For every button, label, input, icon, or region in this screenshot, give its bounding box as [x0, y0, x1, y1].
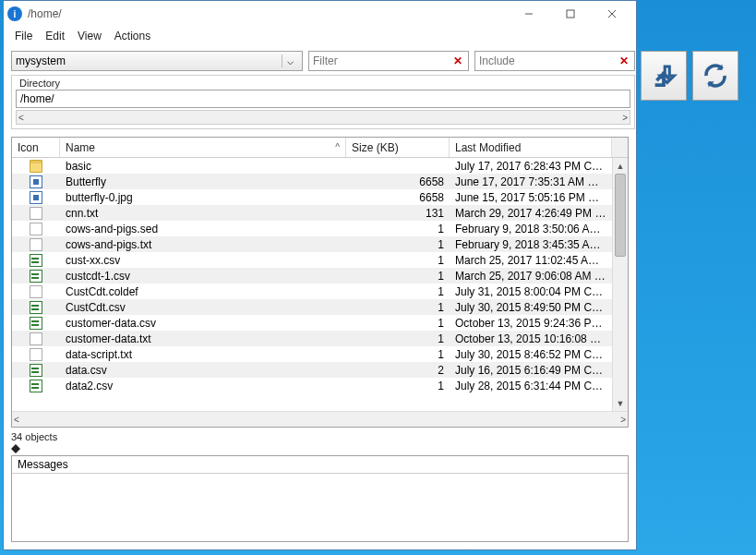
- splitter-down-icon: [11, 449, 20, 453]
- splitter-handle[interactable]: [11, 444, 629, 453]
- scroll-right-icon[interactable]: >: [620, 415, 626, 425]
- up-directory-button[interactable]: [641, 51, 687, 101]
- txt-icon: [30, 207, 42, 220]
- directory-scrollbar[interactable]: < >: [16, 110, 630, 125]
- file-name-cell: cows-and-pigs.sed: [60, 223, 346, 235]
- file-size-cell: 1: [346, 285, 450, 298]
- table-row[interactable]: cows-and-pigs.sed1February 9, 2018 3:50:…: [12, 221, 612, 236]
- folder-icon: [30, 160, 42, 173]
- file-name-cell: custcdt-1.csv: [60, 270, 346, 283]
- scroll-left-icon[interactable]: <: [18, 113, 24, 123]
- file-icon-cell: [12, 191, 60, 204]
- column-modified[interactable]: Last Modified: [450, 138, 612, 157]
- menu-view[interactable]: View: [72, 28, 107, 44]
- file-icon-cell: [12, 270, 60, 283]
- file-name-cell: CustCdt.csv: [60, 301, 346, 314]
- file-list: Icon Name ^ Size (KB) Last Modified basi…: [11, 137, 629, 428]
- file-modified-cell: July 30, 2015 8:49:50 PM CDT: [450, 301, 612, 314]
- window-controls: [508, 1, 632, 27]
- scroll-up-icon[interactable]: ▲: [613, 158, 628, 174]
- maximize-button[interactable]: [549, 1, 591, 27]
- file-size-cell: 6658: [346, 175, 450, 188]
- table-row[interactable]: customer-data.txt1October 13, 2015 10:16…: [12, 331, 612, 346]
- close-button[interactable]: [591, 1, 632, 27]
- file-icon-cell: [12, 348, 60, 361]
- file-name-cell: cows-and-pigs.txt: [60, 238, 346, 251]
- file-browser-window: i /home/ File Edit View Actions mysystem…: [3, 0, 637, 550]
- scroll-track[interactable]: [613, 174, 628, 395]
- vertical-scrollbar[interactable]: ▲ ▼: [612, 158, 628, 411]
- scroll-left-icon[interactable]: <: [14, 415, 19, 425]
- file-modified-cell: July 31, 2015 8:00:04 PM CDT: [450, 285, 612, 298]
- maximize-icon: [566, 9, 575, 18]
- table-row[interactable]: butterfly-0.jpg6658June 15, 2017 5:05:16…: [12, 189, 612, 205]
- clear-filter-icon[interactable]: ✕: [451, 54, 464, 67]
- column-size[interactable]: Size (KB): [346, 138, 450, 157]
- minimize-button[interactable]: [508, 1, 549, 27]
- scroll-down-icon[interactable]: ▼: [613, 395, 628, 411]
- file-name-cell: data-script.txt: [60, 348, 346, 361]
- minimize-icon: [524, 9, 534, 18]
- scroll-thumb[interactable]: [615, 174, 626, 257]
- column-headers: Icon Name ^ Size (KB) Last Modified: [12, 138, 628, 158]
- directory-input[interactable]: [16, 90, 630, 108]
- file-modified-cell: March 25, 2017 9:06:08 AM CDT: [450, 270, 612, 283]
- file-modified-cell: June 15, 2017 5:05:16 PM CDT: [450, 191, 612, 204]
- file-name-cell: customer-data.csv: [60, 317, 346, 330]
- file-size-cell: 1: [346, 223, 450, 235]
- table-row[interactable]: data.csv2July 16, 2015 6:16:49 PM CDT: [12, 362, 612, 378]
- table-row[interactable]: CustCdt.coldef1July 31, 2015 8:00:04 PM …: [12, 284, 612, 299]
- column-name-label: Name: [66, 141, 95, 154]
- messages-header: Messages: [12, 456, 628, 474]
- status-bar: 34 objects: [4, 429, 636, 444]
- table-row[interactable]: customer-data.csv1October 13, 2015 9:24:…: [12, 315, 612, 331]
- clear-include-icon[interactable]: ✕: [618, 54, 630, 67]
- include-input[interactable]: [479, 54, 618, 67]
- table-row[interactable]: CustCdt.csv1July 30, 2015 8:49:50 PM CDT: [12, 299, 612, 315]
- chevron-down-icon[interactable]: ⌵: [282, 54, 298, 67]
- table-row[interactable]: cnn.txt131March 29, 2017 4:26:49 PM CDT: [12, 205, 612, 221]
- menu-actions[interactable]: Actions: [109, 28, 156, 44]
- table-row[interactable]: custcdt-1.csv1March 25, 2017 9:06:08 AM …: [12, 268, 612, 284]
- file-size-cell: 1: [346, 254, 450, 267]
- file-size-cell: 6658: [346, 191, 450, 204]
- table-row[interactable]: data2.csv1July 28, 2015 6:31:44 PM CDT: [12, 378, 612, 393]
- table-row[interactable]: data-script.txt1July 30, 2015 8:46:52 PM…: [12, 346, 612, 362]
- menu-edit[interactable]: Edit: [40, 28, 70, 44]
- txt-icon: [30, 332, 42, 345]
- file-rows: basicJuly 17, 2017 6:28:43 PM CDTButterf…: [12, 158, 628, 411]
- refresh-button[interactable]: [692, 51, 738, 101]
- column-icon[interactable]: Icon: [12, 138, 60, 157]
- csv-icon: [30, 270, 42, 283]
- column-name[interactable]: Name ^: [60, 138, 346, 157]
- txt-icon: [30, 223, 42, 235]
- filter-field[interactable]: ✕: [308, 51, 469, 71]
- file-modified-cell: October 13, 2015 9:24:36 PM CDT: [450, 317, 612, 330]
- img-icon: [30, 191, 42, 204]
- table-row[interactable]: Butterfly6658June 17, 2017 7:35:31 AM CD…: [12, 174, 612, 189]
- file-icon-cell: [12, 254, 60, 267]
- csv-icon: [30, 364, 42, 377]
- filter-input[interactable]: [313, 54, 451, 67]
- file-name-cell: Butterfly: [60, 175, 346, 188]
- titlebar: i /home/: [4, 1, 636, 27]
- horizontal-scrollbar[interactable]: < >: [12, 411, 628, 427]
- table-row[interactable]: cows-and-pigs.txt1February 9, 2018 3:45:…: [12, 236, 612, 252]
- file-modified-cell: February 9, 2018 3:45:35 AM CST: [450, 238, 612, 251]
- include-field[interactable]: ✕: [474, 51, 635, 71]
- file-icon-cell: [12, 332, 60, 345]
- svg-rect-1: [567, 10, 574, 18]
- file-name-cell: basic: [60, 160, 346, 173]
- table-row[interactable]: cust-xx.csv1March 25, 2017 11:02:45 AM C…: [12, 252, 612, 268]
- system-combobox[interactable]: mysystem ⌵: [11, 51, 303, 71]
- file-name-cell: customer-data.txt: [60, 332, 346, 345]
- table-row[interactable]: basicJuly 17, 2017 6:28:43 PM CDT: [12, 158, 612, 174]
- file-modified-cell: October 13, 2015 10:16:08 PM CDT: [450, 332, 612, 345]
- file-name-cell: CustCdt.coldef: [60, 285, 346, 298]
- menu-file[interactable]: File: [9, 28, 38, 44]
- txt-icon: [30, 238, 42, 251]
- scroll-right-icon[interactable]: >: [622, 113, 628, 123]
- file-icon-cell: [12, 223, 60, 235]
- directory-label: Directory: [16, 78, 630, 89]
- window-title: /home/: [28, 7, 62, 20]
